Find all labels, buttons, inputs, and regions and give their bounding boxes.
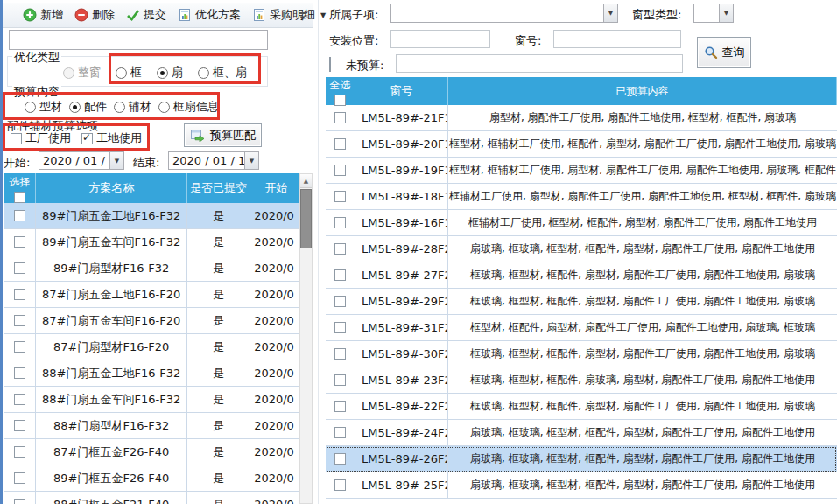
row-checkbox[interactable] <box>14 368 25 379</box>
chevron-down-icon[interactable]: ▼ <box>719 4 733 22</box>
row-checkbox[interactable] <box>14 315 25 326</box>
date-start-picker[interactable]: 2020 / 01 / 1 ▼ <box>39 151 124 170</box>
query-button[interactable]: 查询 <box>697 37 751 68</box>
budget-match-button[interactable]: 预算匹配 <box>184 123 262 147</box>
row-checkbox[interactable] <box>334 296 346 307</box>
panel-splitter[interactable] <box>318 0 319 504</box>
row-checkbox[interactable] <box>14 394 25 405</box>
row-checkbox[interactable] <box>334 138 346 150</box>
row-checkbox[interactable] <box>334 427 346 438</box>
scrollbar-thumb[interactable] <box>300 189 312 248</box>
plan-name-cell: 88#门扇五金车间F16-F32 <box>36 387 187 412</box>
row-checkbox[interactable] <box>14 499 25 504</box>
window-no-input[interactable] <box>553 30 681 48</box>
budgeted-content-cell: 扇玻璃, 框玻璃, 框型材, 框配件, 扇型材, 扇配件工厂使用, 扇配件工地使… <box>448 446 837 472</box>
radio-option-3[interactable]: 框、扇 <box>198 65 247 80</box>
window-budget-row[interactable]: LM5L-89#-16F15框辅材工厂使用, 框型材, 框配件, 扇型材, 扇配… <box>326 210 837 236</box>
row-checkbox[interactable] <box>14 341 25 353</box>
window-budget-row[interactable]: LM5L-89#-25F23扇玻璃, 框玻璃, 框型材, 框配件, 扇型材, 扇… <box>326 472 837 499</box>
plan-name-cell: 87#门扇五金车间F16-F20 <box>36 308 187 333</box>
install-position-input[interactable] <box>390 30 490 48</box>
plan-table-row[interactable]: 88#门框五金F21-F40是2020/0 <box>4 492 299 504</box>
row-checkbox[interactable] <box>334 374 346 386</box>
chevron-down-icon[interactable]: ▼ <box>320 11 326 19</box>
toolbar-overflow-button[interactable]: ▼ <box>297 8 308 25</box>
plan-table-row[interactable]: 89#门扇五金工地F16-F32是2020/0 <box>4 203 299 229</box>
window-budget-row[interactable]: LM5L-89#-28F26扇玻璃, 框玻璃, 框型材, 框配件, 扇型材, 扇… <box>326 236 837 262</box>
row-checkbox[interactable] <box>334 243 346 255</box>
row-checkbox[interactable] <box>334 217 346 228</box>
row-checkbox[interactable] <box>334 322 346 333</box>
window-budget-row[interactable]: LM5L-89#-18F16框辅材工厂使用, 扇型材, 扇配件工厂使用, 扇配件… <box>326 184 837 210</box>
select-all-checkbox[interactable] <box>334 94 346 106</box>
add-button[interactable]: 新增 <box>23 7 63 23</box>
install-position-label: 安装位置: <box>329 33 378 49</box>
no-budget-input[interactable] <box>396 54 683 73</box>
plan-table-row[interactable]: 87#门扇五金工地F16-F20是2020/0 <box>4 282 299 308</box>
chevron-down-icon[interactable]: ▼ <box>109 152 123 169</box>
chevron-down-icon[interactable]: ▼ <box>603 4 617 22</box>
plan-table-row[interactable]: 89#门扇五金车间F16-F32是2020/0 <box>4 229 299 256</box>
row-checkbox[interactable] <box>14 210 25 221</box>
row-checkbox[interactable] <box>14 420 25 431</box>
checkbox-option-1[interactable]: 工地使用 <box>81 130 142 146</box>
optimize-type-label: 优化类型 <box>12 50 61 66</box>
radio-option-2[interactable]: 辅材 <box>114 99 151 115</box>
window-budget-row[interactable]: LM5L-89#-24F22扇玻璃, 框玻璃, 框型材, 框配件, 扇型材, 扇… <box>326 420 837 446</box>
row-checkbox[interactable] <box>334 401 346 412</box>
plan-table-row[interactable]: 88#门扇五金工地F16-F32是2020/0 <box>4 360 299 387</box>
sub-item-dropdown[interactable]: ▼ <box>390 4 618 23</box>
plan-table-row[interactable]: 87#门框五金F26-F40是2020/0 <box>4 439 299 466</box>
scroll-up-icon[interactable]: ▲ <box>300 174 312 188</box>
window-budget-row[interactable]: LM5L-89#-29F27框玻璃, 框型材, 框配件, 扇型材, 扇配件工厂使… <box>326 289 837 315</box>
window-budget-row[interactable]: LM5L-89#-21F19扇型材, 扇配件工厂使用, 扇配件工地使用, 框型材… <box>326 105 837 131</box>
row-checkbox[interactable] <box>14 289 25 300</box>
radio-option-0[interactable]: 型材 <box>25 99 62 115</box>
row-checkbox[interactable] <box>14 236 25 248</box>
plan-table-row[interactable]: 88#门扇型材F16-F32是2020/0 <box>4 413 299 439</box>
radio-option-3[interactable]: 框扇信息 <box>158 99 219 115</box>
window-budget-row[interactable]: LM5L-89#-27F25框玻璃, 框型材, 框配件, 扇型材, 扇配件工厂使… <box>326 262 837 289</box>
checkbox-option-0[interactable]: 工厂使用 <box>11 130 71 146</box>
row-checkbox[interactable] <box>334 112 346 123</box>
budget-content-options: 型材配件辅材框扇信息 <box>25 97 219 116</box>
no-budget-checkbox[interactable] <box>329 57 331 72</box>
row-checkbox[interactable] <box>334 480 346 491</box>
row-checkbox[interactable] <box>334 348 346 360</box>
budgeted-content-cell: 框玻璃, 框型材, 框配件, 扇型材, 扇配件工厂使用, 扇配件工地使用, 扇玻… <box>448 341 837 367</box>
radio-option-1[interactable]: 框 <box>116 65 142 80</box>
delete-button[interactable]: 删除 <box>74 7 115 23</box>
plan-table-row[interactable]: 89#门扇型材F16-F32是2020/0 <box>4 256 299 282</box>
window-budget-row[interactable]: LM5L-89#-23F21框玻璃, 框型材, 框配件, 扇玻璃, 扇型材, 扇… <box>326 368 837 394</box>
window-budget-row[interactable]: LM5L-89#-31F29框型材, 框配件, 扇型材, 扇配件工厂使用, 扇配… <box>326 315 837 341</box>
submit-button[interactable]: 提交 <box>126 7 166 23</box>
radio-option-1[interactable]: 配件 <box>69 99 107 115</box>
window-budget-row[interactable]: LM5L-89#-22F20框玻璃, 框型材, 框配件, 扇型材, 扇配件工厂使… <box>326 394 837 420</box>
row-checkbox[interactable] <box>14 262 25 274</box>
window-budget-row[interactable]: LM5L-89#-30F28框玻璃, 框型材, 框配件, 扇型材, 扇配件工厂使… <box>326 341 837 368</box>
optimize-type-options: 整窗框扇框、扇 <box>63 63 247 82</box>
row-checkbox[interactable] <box>334 164 346 176</box>
row-checkbox[interactable] <box>14 472 25 484</box>
plan-table-row[interactable]: 88#门扇五金车间F16-F32是2020/0 <box>4 387 299 413</box>
plan-table-row[interactable]: 87#门扇型材F16-F20是2020/0 <box>4 334 299 360</box>
window-budget-row[interactable]: LM5L-89#-19F17框型材, 框辅材工厂使用, 扇型材, 扇配件工厂使用… <box>326 158 837 184</box>
window-budget-row[interactable]: LM5L-89#-20F18框型材, 框辅材工厂使用, 框配件, 扇型材, 扇配… <box>326 131 837 158</box>
date-end-picker[interactable]: 2020 / 01 / 13 ▼ <box>168 151 259 170</box>
plan-table-scrollbar[interactable]: ▲ <box>299 173 313 504</box>
radio-icon <box>158 102 170 113</box>
window-type-dropdown[interactable]: ▼ <box>693 4 734 23</box>
plan-filter-input[interactable] <box>9 30 268 50</box>
row-checkbox[interactable] <box>334 453 346 465</box>
optimize-plan-button[interactable]: 优化方案 <box>178 7 241 23</box>
radio-option-2[interactable]: 扇 <box>157 65 183 80</box>
select-all-checkbox[interactable] <box>14 192 25 203</box>
chevron-down-icon[interactable]: ▼ <box>244 152 258 169</box>
row-checkbox[interactable] <box>334 270 346 281</box>
window-budget-row[interactable]: LM5L-89#-26F24扇玻璃, 框玻璃, 框型材, 框配件, 扇型材, 扇… <box>326 446 837 472</box>
purchase-detail-button[interactable]: 采购明细 ▼ <box>252 7 326 23</box>
row-checkbox[interactable] <box>334 191 346 202</box>
plan-table-row[interactable]: 89#门框五金F26-F40是2020/0 <box>4 466 299 492</box>
plan-table-row[interactable]: 87#门扇五金车间F16-F20是2020/0 <box>4 308 299 334</box>
row-checkbox[interactable] <box>14 446 25 458</box>
